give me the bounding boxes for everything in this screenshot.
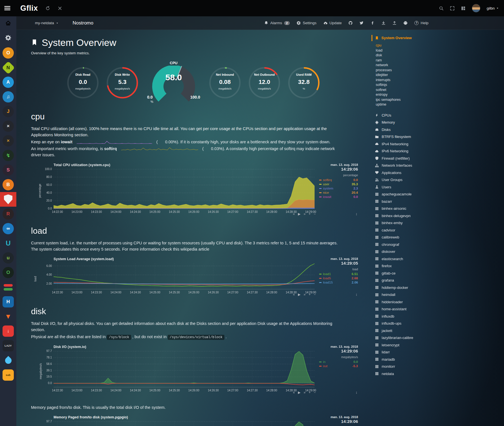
chart-zoom-out-icon[interactable]: −	[314, 391, 316, 394]
menu-section-btrfs-filesystem[interactable]: BTRFS filesystem	[375, 133, 444, 140]
app-shortcut-8[interactable]: ×	[0, 119, 16, 133]
menu-item-softirqs[interactable]: softirqs	[376, 82, 444, 88]
menu-container-cadvisor[interactable]: cadvisor	[375, 227, 444, 234]
import-snapshot-button[interactable]	[392, 21, 397, 25]
user-menu[interactable]: gilbn	[487, 6, 499, 10]
legend-row-iowait[interactable]: iowait0.0	[319, 195, 358, 199]
system-pgpgio-canvas[interactable]	[41, 420, 316, 426]
menu-container-firefox[interactable]: firefox	[375, 262, 444, 270]
chart-play-icon[interactable]: ▶	[298, 293, 300, 296]
app-shortcut-23[interactable]: LAZY	[0, 338, 16, 353]
menu-container-diskover[interactable]: diskover	[375, 248, 444, 255]
app-shortcut-7[interactable]: J	[0, 104, 16, 119]
app-shortcut-11[interactable]: S	[0, 163, 16, 177]
app-shortcut-9[interactable]: ×	[0, 133, 16, 148]
menu-container-grafana[interactable]: grafana	[375, 277, 444, 284]
app-shortcut-4[interactable]: N	[0, 60, 16, 75]
menu-system-overview[interactable]: System Overview	[372, 35, 444, 41]
update-button[interactable]: Update	[323, 21, 342, 25]
menu-section-users[interactable]: Users	[375, 184, 444, 191]
menu-item-processes[interactable]: processes	[376, 68, 444, 73]
app-shortcut-18[interactable]: O	[0, 265, 16, 280]
app-shortcut-20[interactable]: H	[0, 295, 16, 309]
facebook-link[interactable]	[370, 21, 375, 25]
close-icon[interactable]	[58, 6, 62, 11]
menu-item-interrupts[interactable]: interrupts	[376, 78, 444, 83]
menu-item-disk[interactable]: disk	[376, 53, 444, 58]
menu-section-ipv4-networking[interactable]: IPv4 Networking	[375, 140, 444, 148]
menu-container-binhex-airsonic[interactable]: binhex-airsonic	[375, 205, 444, 212]
menu-section-ipv6-networking[interactable]: IPv6 Networking	[375, 148, 444, 155]
legend-row-load5[interactable]: load52.68	[319, 276, 358, 280]
settings-button[interactable]: Settings	[297, 21, 317, 25]
menu-container-heimdall[interactable]: heimdall	[375, 291, 444, 298]
app-shortcut-22[interactable]: ↓	[0, 324, 16, 338]
gauge-cpu[interactable]: CPU58.00.0100.0%	[143, 61, 204, 103]
app-shortcut-5[interactable]: A	[0, 75, 16, 90]
app-shortcut-3[interactable]: O	[0, 46, 16, 60]
menu-section-network-interfaces[interactable]: Network Interfaces	[375, 162, 444, 169]
chart-forward-icon[interactable]: »	[304, 212, 306, 216]
menu-item-softnet[interactable]: softnet	[376, 88, 444, 93]
gauge-used-ram[interactable]: Used RAM32.8%	[285, 65, 322, 102]
layout-panes-icon[interactable]	[461, 6, 466, 11]
menu-container-lidarr[interactable]: lidarr	[375, 349, 444, 356]
chart-rewind-icon[interactable]: «	[293, 212, 295, 216]
chart-resize-icon[interactable]: ↕	[356, 292, 358, 296]
menu-container-mariadb[interactable]: mariadb	[375, 356, 444, 363]
alarms-button[interactable]: Alarms 2	[264, 21, 290, 25]
app-title[interactable]: Gflix	[20, 4, 38, 13]
iowait-sparkline[interactable]	[76, 140, 152, 144]
menu-toggle-icon[interactable]	[4, 5, 11, 12]
app-shortcut-25[interactable]: sab	[0, 368, 16, 382]
app-shortcut-17[interactable]: u	[0, 251, 16, 265]
gauge-disk-read[interactable]: Disk Read0.0megabytes/s	[64, 65, 101, 102]
chart-zoom-in-icon[interactable]: +	[309, 391, 311, 394]
menu-item-load[interactable]: load	[376, 48, 444, 53]
legend-row-in[interactable]: in0.0	[319, 360, 358, 364]
menu-section-disks[interactable]: Disks	[375, 126, 444, 133]
app-shortcut-10[interactable]: ↯	[0, 148, 16, 163]
chart-rewind-icon[interactable]: «	[293, 293, 295, 296]
github-link[interactable]	[348, 21, 353, 25]
menu-container-elasticsearch[interactable]: elasticsearch	[375, 255, 444, 263]
menu-container-letsencrypt[interactable]: letsencrypt	[375, 342, 444, 349]
export-snapshot-button[interactable]	[381, 21, 386, 25]
gauge-disk-write[interactable]: Disk Write5.3megabytes/s	[104, 65, 141, 102]
legend-row-nice[interactable]: nice20.4	[319, 191, 358, 195]
legend-row-load1[interactable]: load16.51	[319, 272, 358, 276]
legend-row-system[interactable]: system2.3	[319, 186, 358, 191]
avatar[interactable]	[472, 4, 480, 12]
app-shortcut-16[interactable]: U	[0, 236, 16, 251]
menu-section-user-groups[interactable]: User Groups	[375, 176, 444, 184]
menu-container-calibreweb[interactable]: calibreweb	[375, 234, 444, 241]
app-shortcut-21[interactable]: ▼	[0, 309, 16, 324]
menu-container-hddtemp-docker[interactable]: hddtemp-docker	[375, 284, 444, 291]
gauge-net-outbound[interactable]: Net Outbound12.0megabits/s	[246, 65, 283, 102]
chart-forward-icon[interactable]: »	[304, 391, 306, 394]
chart-zoom-in-icon[interactable]: +	[309, 293, 311, 296]
menu-container-chronograf[interactable]: chronograf	[375, 241, 444, 248]
app-shortcut-13[interactable]	[0, 192, 16, 207]
twitter-link[interactable]	[359, 21, 364, 25]
menu-container-jackett[interactable]: jackett	[375, 327, 444, 334]
system-load-canvas[interactable]	[41, 262, 316, 295]
menu-container-lazylibrarian-calibre[interactable]: lazylibrarian-calibre	[375, 334, 444, 342]
menu-container-binhex-emby[interactable]: binhex-emby	[375, 219, 444, 227]
menu-item-entropy[interactable]: entropy	[376, 92, 444, 97]
menu-container-hiddenloader[interactable]: hiddenloader	[375, 298, 444, 306]
search-icon[interactable]	[439, 6, 444, 11]
app-shortcut-15[interactable]: ∞	[0, 221, 16, 236]
menu-container-bazarr[interactable]: bazarr	[375, 198, 444, 205]
menu-item-cpu[interactable]: cpu	[376, 43, 444, 48]
legend-row-load15[interactable]: load152.06	[319, 280, 358, 285]
menu-item-ram[interactable]: ram	[376, 58, 444, 63]
app-shortcut-12[interactable]: B	[0, 177, 16, 192]
app-shortcut-24[interactable]	[0, 353, 16, 368]
chart-zoom-out-icon[interactable]: −	[314, 212, 316, 216]
system-io-canvas[interactable]	[41, 349, 316, 393]
gauge-net-inbound[interactable]: Net Inbound0.08megabits/s	[206, 65, 244, 102]
menu-container-influxdb[interactable]: influxdb	[375, 313, 444, 320]
system-cpu-canvas[interactable]	[41, 168, 316, 215]
menu-container-gitlab-ce[interactable]: gitlab-ce	[375, 270, 444, 277]
